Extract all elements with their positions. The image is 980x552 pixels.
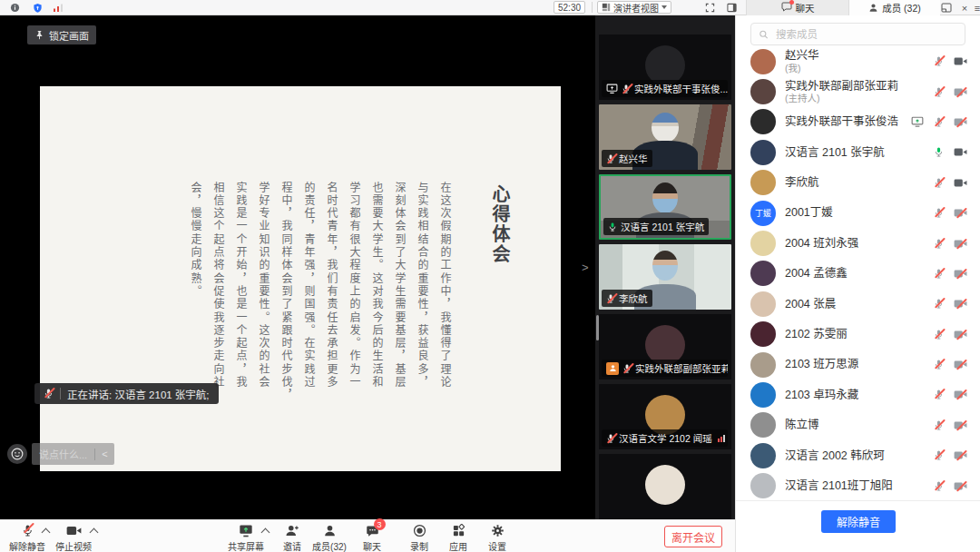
member-name: 2001丁媛: [785, 206, 833, 219]
layout-icon: [602, 3, 611, 12]
active-mic-icon: [608, 222, 617, 232]
muted-mic-icon[interactable]: [934, 298, 944, 310]
member-row[interactable]: 2004 班刘永强: [736, 228, 980, 258]
speaker-view-dropdown[interactable]: 演讲者视图: [597, 1, 671, 14]
camera-off-icon[interactable]: [954, 269, 967, 279]
camera-off-icon[interactable]: [954, 420, 967, 430]
camera-on-icon[interactable]: [954, 178, 967, 188]
main-stage: 锁定画面 心得体会 在这次假期的工作中，我懂得了理论 与实践相结合的重要性，获益…: [0, 15, 595, 519]
emoji-icon[interactable]: [7, 444, 27, 464]
leave-meeting-button[interactable]: 离开会议: [664, 526, 722, 547]
camera-off-icon[interactable]: [954, 87, 967, 97]
member-row[interactable]: 2102 苏雯丽: [736, 320, 980, 350]
fullscreen-icon[interactable]: [704, 2, 716, 14]
muted-mic-icon[interactable]: [934, 207, 944, 219]
close-icon[interactable]: ×: [958, 2, 971, 14]
member-row[interactable]: 2004 孟德鑫: [736, 259, 980, 289]
muted-mic-icon[interactable]: [934, 449, 944, 461]
muted-mic-icon: [606, 153, 615, 164]
camera-off-icon[interactable]: [954, 299, 967, 309]
member-row[interactable]: 2103 卓玛永藏: [736, 380, 980, 409]
collapse-chat-button[interactable]: <: [95, 448, 113, 459]
participant-name-label: 实践外联部副部张亚莉: [602, 360, 728, 377]
muted-mic-icon[interactable]: [934, 359, 944, 370]
member-list: 赵兴华 (我): [736, 46, 980, 516]
member-subtitle: (主持人): [785, 93, 898, 104]
camera-off-icon[interactable]: [954, 389, 967, 399]
camera-off-icon[interactable]: [954, 239, 967, 249]
chat-button[interactable]: 3 聊天: [347, 523, 397, 552]
member-row[interactable]: 2004 张晨: [736, 289, 980, 319]
video-thumbnail[interactable]: 李欣航: [599, 244, 731, 310]
document-text-column: 深刻体会到了大学生需要基层，基层: [387, 182, 410, 425]
menu-icon[interactable]: ≡: [971, 2, 980, 14]
search-input[interactable]: [774, 28, 957, 41]
document-text-column: 与实践相结合的重要性，获益良多，: [410, 182, 433, 425]
video-thumbnail[interactable]: 实践外联部副部张亚莉: [599, 314, 731, 380]
network-signal-icon: [718, 435, 725, 442]
active-mic-icon[interactable]: [934, 146, 944, 158]
muted-mic-icon[interactable]: [934, 86, 944, 98]
avatar: [750, 49, 776, 74]
video-thumbnail[interactable]: 汉语言 2101 张宇航: [599, 174, 731, 240]
muted-mic-icon[interactable]: [934, 419, 944, 431]
avatar: [750, 473, 776, 498]
avatar: [750, 79, 776, 104]
document-text-column: 在这次假期的工作中，我懂得了理论: [433, 182, 456, 425]
video-options-chevron[interactable]: [90, 527, 99, 535]
avatar: [645, 465, 685, 505]
member-row[interactable]: 实践外联部副部张亚莉 (主持人): [736, 76, 980, 106]
muted-mic-icon[interactable]: [934, 329, 944, 340]
tab-chat[interactable]: 聊天: [746, 0, 849, 15]
info-icon[interactable]: [9, 2, 21, 14]
camera-off-icon[interactable]: [954, 360, 967, 370]
camera-on-icon[interactable]: [954, 147, 967, 157]
tab-members[interactable]: 成员 (32): [849, 0, 940, 15]
muted-mic-icon[interactable]: [934, 480, 944, 492]
camera-off-icon[interactable]: [954, 117, 967, 127]
person-icon: [868, 3, 878, 13]
unmute-button[interactable]: 解除静音: [821, 510, 896, 533]
avatar: [750, 140, 776, 165]
member-row[interactable]: 汉语言 2002 韩欣珂: [736, 440, 980, 470]
camera-on-icon[interactable]: [954, 56, 967, 66]
muted-mic-icon[interactable]: [934, 55, 944, 67]
member-row[interactable]: 陈立博: [736, 410, 980, 440]
member-row[interactable]: 实践外联部干事张俊浩: [736, 107, 980, 137]
quick-chat-input[interactable]: 说点什么...: [32, 447, 94, 461]
muted-mic-icon[interactable]: [934, 116, 944, 128]
shield-icon[interactable]: [32, 2, 44, 14]
member-row[interactable]: 赵兴华 (我): [736, 46, 980, 76]
member-row[interactable]: 2103 班万思源: [736, 350, 980, 380]
member-row[interactable]: 汉语言 2101班丁旭阳: [736, 470, 980, 500]
member-name: 2103 班万思源: [785, 358, 858, 370]
settings-button[interactable]: 设置: [472, 523, 523, 552]
camera-off-icon[interactable]: [954, 481, 967, 491]
muted-mic-icon[interactable]: [934, 389, 944, 400]
pin-icon: [34, 30, 44, 40]
search-icon: [759, 29, 769, 40]
muted-mic-icon[interactable]: [934, 177, 944, 189]
camera-off-icon[interactable]: [954, 330, 967, 340]
member-row[interactable]: 丁媛 2001丁媛: [736, 198, 980, 228]
search-box[interactable]: [750, 23, 965, 45]
member-name: 实践外联部干事张俊浩: [785, 115, 898, 128]
document-text-column: 名时代青年，我们有责任去承担更多: [319, 182, 342, 425]
camera-off-icon[interactable]: [954, 450, 967, 460]
member-row[interactable]: 李欣航: [736, 168, 980, 198]
muted-mic-icon[interactable]: [934, 268, 944, 280]
muted-mic-icon: [606, 433, 615, 444]
side-panel-icon[interactable]: [726, 2, 738, 14]
network-signal-icon[interactable]: [52, 2, 64, 14]
member-row[interactable]: 汉语言 2101 张宇航: [736, 137, 980, 167]
video-thumbnail[interactable]: 赵兴华: [599, 104, 731, 170]
camera-off-icon[interactable]: [954, 208, 967, 218]
video-thumbnail[interactable]: [599, 454, 731, 519]
muted-mic-icon[interactable]: [934, 238, 944, 250]
video-thumbnail[interactable]: 实践外联部干事张俊...: [599, 34, 731, 100]
video-thumbnail[interactable]: 汉语言文学 2102 闻瑶: [599, 384, 731, 449]
expand-strip-chevron[interactable]: >: [582, 261, 589, 274]
muted-mic-icon: [44, 388, 54, 399]
popout-icon[interactable]: [940, 2, 953, 14]
lock-view-button[interactable]: 锁定画面: [27, 25, 96, 44]
